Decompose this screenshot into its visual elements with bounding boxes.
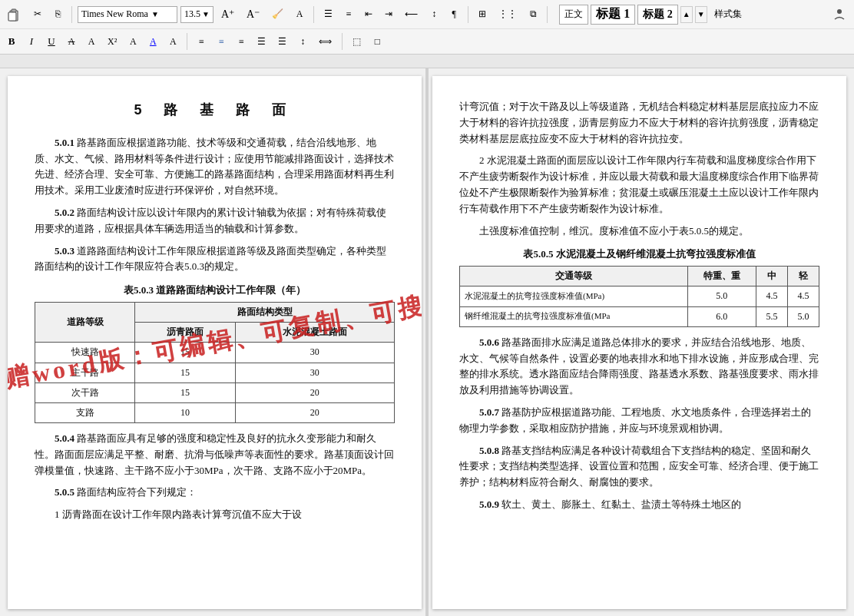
para-505-1: 1 沥青路面在设计工作年限内路表计算弯沉值不应大于设 — [35, 507, 395, 523]
right-para-top3: 土强度标准值控制，维沉。度标准值不应小于表5.0.5的规定。 — [459, 224, 819, 240]
align-center-btn[interactable]: ≡ — [213, 33, 230, 50]
highlight-btn[interactable]: A — [124, 33, 141, 50]
border-shading-btn[interactable]: ⬚ — [348, 33, 366, 50]
align-left-btn[interactable]: ⟵ — [400, 6, 422, 23]
indent-left-btn[interactable]: ⇤ — [360, 6, 377, 23]
underline-color-btn[interactable]: A — [144, 33, 161, 50]
copy-button[interactable]: ⎘ — [49, 6, 66, 23]
style-normal[interactable]: 正文 — [559, 5, 588, 25]
table-503-title: 表5.0.3 道路路面结构设计工作年限（年） — [35, 283, 395, 299]
font-color-btn[interactable]: A — [291, 6, 308, 23]
para-501-text: 路基路面应根据道路功能、技术等级和交通荷载，结合沿线地形、地质、水文、气候、路用… — [35, 137, 394, 196]
style-set-btn[interactable]: 样式集 — [710, 6, 746, 23]
para-506-text: 路基路面排水应满足道路总体排水的要求，并应结合沿线地形、地质、水文、气候等自然条… — [459, 336, 819, 396]
list-ordered-btn[interactable]: ≡ — [340, 6, 357, 23]
table-503: 道路等级 路面结构类型 沥青路面 水泥混凝土路面 快速路1530主干路1530次… — [35, 302, 395, 423]
table-505-title: 表5.0.5 水泥混凝土及钢纤维混凝土抗弯拉强度标准值 — [459, 247, 819, 263]
para-509-id: 5.0.9 — [479, 498, 499, 510]
table-row: 钢纤维混凝土的抗弯拉强度标准值(MPa6.05.55.0 — [460, 306, 819, 326]
para-509-text: 软土、黄土、膨胀土、红黏土、盐渍土等特殊土地区的 — [501, 498, 741, 510]
table-col-asphalt: 沥青路面 — [135, 323, 235, 343]
table-col-grade: 道路等级 — [35, 302, 135, 342]
fontsize-dropdown-icon: ▼ — [202, 10, 210, 18]
font-dropdown-icon: ▼ — [151, 10, 159, 18]
cell-light: 5.0 — [787, 306, 819, 326]
para-507: 5.0.7 路基防护应根据道路功能、工程地质、水文地质条件，合理选择岩土的物理力… — [459, 405, 819, 437]
table505-col-light: 轻 — [787, 267, 819, 286]
para-508: 5.0.8 路基支挡结构应满足各种设计荷载组合下支挡结构的稳定、坚固和耐久性要求… — [459, 443, 819, 491]
toolbar: ✂ ⎘ Times New Roma ▼ 13.5 ▼ A⁺ A⁻ 🧹 A ☰ … — [0, 0, 854, 55]
main-area: 5 路 基 路 面 5.0.1 路基路面应根据道路功能、技术等级和交通荷载，结合… — [0, 68, 854, 616]
table-btn[interactable]: ⊞ — [474, 6, 491, 23]
svg-rect-2 — [8, 12, 16, 21]
table505-col-medium: 中 — [756, 267, 787, 286]
font-size-label: 13.5 — [184, 8, 200, 20]
cell-grade: 次干路 — [35, 383, 135, 402]
style-title1[interactable]: 标题 1 — [591, 5, 635, 25]
align-distribute-btn[interactable]: ☰ — [273, 33, 291, 50]
para-502: 5.0.2 路面结构设计应以设计年限内的累计设计轴载为依据；对有特殊荷载使用要求… — [35, 205, 395, 237]
table-row: 快速路1530 — [35, 343, 395, 363]
clear-format-btn[interactable]: 🧹 — [267, 6, 288, 23]
cell-grade: 支路 — [35, 402, 135, 422]
cell-asphalt: 10 — [135, 402, 235, 422]
line-spacing-btn[interactable]: ↕ — [294, 33, 311, 50]
char-spacing-btn[interactable]: ⟺ — [314, 33, 336, 50]
para-505-text: 路面结构应符合下列规定： — [77, 486, 197, 498]
italic-btn[interactable]: I — [23, 33, 40, 50]
paste-button[interactable] — [3, 6, 26, 23]
page-left: 5 路 基 路 面 5.0.1 路基路面应根据道路功能、技术等级和交通荷载，结合… — [8, 76, 422, 609]
para-504-text: 路基路面应具有足够的强度和稳定性及良好的抗永久变形能力和耐久性。路面面层应满足平… — [35, 432, 394, 476]
style-scroll-up[interactable]: ▲ — [680, 6, 693, 23]
style-scroll-down[interactable]: ▼ — [695, 6, 707, 23]
style-title2[interactable]: 标题 2 — [637, 5, 678, 25]
para-506: 5.0.6 路基路面排水应满足道路总体排水的要求，并应结合沿线地形、地质、水文、… — [459, 335, 819, 399]
sep1 — [71, 6, 72, 23]
cell-concrete: 20 — [235, 383, 394, 402]
table-row: 次干路1520 — [35, 383, 395, 402]
svg-rect-1 — [12, 9, 16, 12]
para-502-text: 路面结构设计应以设计年限内的累计设计轴载为依据；对有特殊荷载使用要求的道路，应根… — [35, 207, 386, 234]
font-name-select[interactable]: Times New Roma ▼ — [78, 6, 177, 23]
cell-heavy: 5.0 — [687, 286, 756, 306]
sort-btn[interactable]: ↕ — [425, 6, 442, 23]
underline-btn[interactable]: U — [43, 33, 60, 50]
cell-type: 钢纤维混凝土的抗弯拉强度标准值(MPa — [460, 306, 688, 326]
text-box-btn[interactable]: □ — [369, 33, 386, 50]
para-settings-btn[interactable]: ¶ — [445, 6, 462, 23]
font-size-select[interactable]: 13.5 ▼ — [180, 6, 214, 23]
strikethrough-btn[interactable]: A — [63, 33, 80, 50]
decrease-font-btn[interactable]: A⁻ — [242, 6, 264, 23]
toolbar-row2: B I U A A X² A A A ≡ ≡ ≡ ☰ ☰ ↕ ⟺ ⬚ □ — [0, 29, 854, 54]
para-505: 5.0.5 路面结构应符合下列规定： — [35, 485, 395, 501]
align-right-btn[interactable]: ≡ — [233, 33, 250, 50]
bold-btn[interactable]: B — [3, 33, 20, 50]
font-fill-btn[interactable]: A — [164, 33, 181, 50]
list-unordered-btn[interactable]: ☰ — [319, 6, 337, 23]
styles-area: 正文 标题 1 标题 2 ▲ ▼ 样式集 — [559, 5, 746, 25]
page-divider — [425, 68, 429, 616]
table-col-concrete: 水泥混凝土路面 — [235, 323, 394, 343]
indent-right-btn[interactable]: ⇥ — [380, 6, 397, 23]
align-justify-btn[interactable]: ☰ — [253, 33, 270, 50]
columns-btn[interactable]: ⋮⋮ — [494, 6, 521, 23]
align-left2-btn[interactable]: ≡ — [193, 33, 210, 50]
table-row: 主干路1530 — [35, 363, 395, 383]
cut-button[interactable]: ✂ — [29, 6, 46, 23]
cell-grade: 主干路 — [35, 363, 135, 383]
style-title1-label: 标题 1 — [596, 6, 630, 22]
sep4 — [547, 6, 548, 23]
ruler — [0, 55, 854, 68]
para-507-text: 路基防护应根据道路功能、工程地质、水文地质条件，合理选择岩土的物理力学参数，采取… — [459, 406, 811, 434]
accessibility-btn[interactable] — [828, 6, 851, 23]
toolbar-row1: ✂ ⎘ Times New Roma ▼ 13.5 ▼ A⁺ A⁻ 🧹 A ☰ … — [0, 0, 854, 29]
cell-concrete: 30 — [235, 363, 394, 383]
increase-font-btn[interactable]: A⁺ — [217, 6, 239, 23]
sep5 — [187, 33, 187, 50]
right-para-top2: 2 水泥混凝土路面的面层应以设计工作年限内行车荷载和温度梯度综合作用下不产生疲劳… — [459, 153, 819, 217]
font-color-a-btn[interactable]: A — [83, 33, 100, 50]
superscript-btn[interactable]: X² — [103, 33, 121, 50]
table505-col-type: 交通等级 — [460, 267, 688, 286]
page-break-btn[interactable]: ⧉ — [525, 6, 541, 23]
cell-light: 4.5 — [787, 286, 819, 306]
